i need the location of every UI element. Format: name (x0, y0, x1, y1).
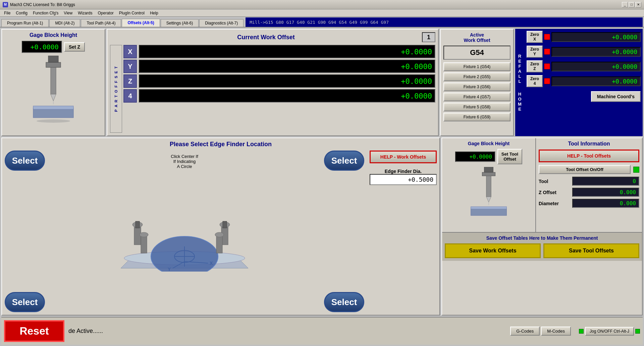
save-tool-offsets-button[interactable]: Save Tool Offsets (543, 243, 639, 258)
menu-config[interactable]: Config (13, 10, 30, 16)
gage-block-small-panel: Gage Block Height +0.0000 Set ToolOffset (442, 138, 536, 232)
svg-marker-32 (486, 197, 491, 202)
zero-z-indicator (544, 63, 550, 69)
select-top-right-button[interactable]: Select (324, 151, 364, 171)
set-tool-offset-button[interactable]: Set ToolOffset (497, 149, 522, 164)
gage-block-title: Gage Block Height (30, 32, 77, 38)
menu-wizards[interactable]: Wizards (75, 10, 95, 16)
menu-help[interactable]: Help (147, 10, 161, 16)
jog-button[interactable]: Jog ON/OFF Ctrl-Alt-J (585, 327, 634, 336)
fixture-6-button[interactable]: Fixture 6 (G59) (443, 113, 511, 121)
tab-status-text: Mill->G15 G80 G17 G40 G21 G90 G94 G54 G4… (246, 17, 643, 27)
zero-x-button[interactable]: ZeroX (527, 31, 543, 43)
svg-rect-1 (46, 62, 61, 67)
tab-mdi[interactable]: MDI (Alt-2) (49, 19, 80, 27)
svg-rect-25 (141, 235, 147, 253)
tab-diagnostics[interactable]: Diagnostics (Alt-7) (199, 19, 244, 27)
tool-small-svg (459, 167, 519, 221)
tool-number-row: Tool 0 (539, 177, 639, 186)
tool-offset-toggle-row: Tool Offset On/Off (539, 165, 639, 174)
help-tool-offsets-button[interactable]: HELP - Tool Offsets (539, 150, 639, 162)
menu-file[interactable]: File (1, 10, 13, 16)
tool-number-value[interactable]: 0 (572, 177, 639, 186)
zero-x-indicator (544, 34, 550, 40)
g-codes-button[interactable]: G-Codes (510, 327, 540, 336)
edge-finder-title: Please Select Edge Finder Location (5, 141, 437, 148)
svg-rect-6 (33, 106, 73, 109)
fixture-1-button[interactable]: Fixture 1 (G54) (443, 62, 511, 71)
zero-y-indicator (544, 49, 550, 55)
zero-z-value: +0.0000 (551, 62, 641, 71)
save-work-offsets-button[interactable]: Save Work Offsets (445, 243, 541, 258)
work-offset-panel: Current Work Offset 1 P A R T O F F S E … (107, 29, 439, 136)
zero-z-button[interactable]: ZeroZ (527, 60, 543, 72)
menu-view[interactable]: View (61, 10, 75, 16)
axis-z-label: Z (123, 74, 137, 88)
save-offset-title: Save Offset Tables Here to Make Them Per… (445, 235, 639, 241)
menu-plugin-control[interactable]: PlugIn Control (116, 10, 147, 16)
axis-x-value[interactable]: +0.0000 (139, 45, 435, 58)
edge-finder-dia-section: Edge Finder Dia. +0.5000 (370, 166, 437, 185)
select-bottom-right-button[interactable]: Select (324, 292, 364, 312)
set-z-button[interactable]: Set Z (64, 42, 85, 52)
tab-tool-path[interactable]: Tool Path (Alt-4) (81, 19, 121, 27)
tool-info-section: Tool Information HELP - Tool Offsets Too… (536, 138, 642, 232)
fixture-2-button[interactable]: Fixture 2 (G55) (443, 72, 511, 81)
tab-program-run[interactable]: Program Run (Alt-1) (1, 19, 49, 27)
select-bottom-left-button[interactable]: Select (5, 292, 45, 312)
select-br: Select (324, 292, 364, 312)
app-icon: M (3, 2, 8, 7)
svg-rect-2 (51, 67, 56, 94)
menu-function-cfg[interactable]: Function Cfg's (30, 10, 61, 16)
click-center-text: Click Center IfIf IndicatingA Circle (171, 154, 198, 169)
zero-4-button[interactable]: Zero4 (527, 75, 543, 87)
close-button[interactable]: ✕ (635, 2, 641, 7)
m-codes-button[interactable]: M-Codes (541, 327, 571, 336)
z-offset-label: Z Offset (539, 190, 572, 195)
tool-offset-toggle-button[interactable]: Tool Offset On/Off (539, 165, 631, 174)
active-work-offset-panel: ActiveWork Offset G54 Fixture 1 (G54) Fi… (440, 29, 514, 136)
help-work-offsets-button[interactable]: HELP - Work Offsets (370, 151, 437, 163)
axis-4-value[interactable]: +0.0000 (139, 89, 435, 103)
select-top-left-button[interactable]: Select (5, 151, 45, 171)
zero-y-button[interactable]: ZeroY (527, 46, 543, 58)
code-buttons: G-Codes M-Codes (510, 327, 571, 336)
maximize-button[interactable]: □ (629, 2, 635, 7)
tool-info-title: Tool Information (539, 141, 639, 147)
svg-text:Y: Y (168, 267, 171, 272)
main-content: Gage Block Height +0.0000 Set Z (0, 27, 644, 346)
zero-4-value: +0.0000 (551, 76, 641, 86)
minimize-button[interactable]: _ (622, 2, 628, 7)
reset-area: Reset de Active...... G-Codes M-Codes Jo… (1, 317, 643, 345)
select-tr: Select (324, 151, 364, 171)
svg-rect-27 (216, 235, 222, 253)
gage-row: +0.0000 Set Z (22, 41, 85, 53)
diameter-label: Diameter (539, 201, 572, 206)
jog-area: Jog ON/OFF Ctrl-Alt-J (579, 327, 640, 336)
fixture-3-button[interactable]: Fixture 3 (G56) (443, 82, 511, 91)
fixture-4-button[interactable]: Fixture 4 (G57) (443, 93, 511, 101)
axis-y-value[interactable]: +0.0000 (139, 60, 435, 73)
svg-point-28 (215, 232, 224, 237)
axis-z-value[interactable]: +0.0000 (139, 74, 435, 88)
save-offset-section: Save Offset Tables Here to Make Them Per… (442, 232, 642, 261)
svg-text:X: X (210, 261, 213, 266)
svg-marker-3 (51, 94, 56, 101)
tool-label: Tool (539, 179, 572, 184)
work-offset-header: Current Work Offset 1 (110, 32, 435, 42)
menu-operator[interactable]: Operator (95, 10, 116, 16)
fixture-5-button[interactable]: Fixture 5 (G58) (443, 103, 511, 111)
zero-x-value: +0.0000 (551, 32, 641, 42)
mode-text: de Active...... (68, 328, 103, 335)
g54-display: G54 (443, 46, 511, 60)
z-offset-value[interactable]: 0.000 (572, 188, 639, 197)
machine-coords-button[interactable]: Machine Coord's (591, 91, 641, 102)
title-bar-buttons: _ □ ✕ (622, 2, 641, 7)
tab-offsets[interactable]: Offsets (Alt-5) (122, 19, 160, 27)
zero-y-value: +0.0000 (551, 47, 641, 57)
reset-button[interactable]: Reset (4, 320, 64, 342)
diameter-value[interactable]: 0.000 (572, 199, 639, 208)
tab-settings[interactable]: Settings (Alt-6) (161, 19, 199, 27)
gage-block-small-value: +0.0000 (455, 152, 495, 162)
edge-finder-dia-value[interactable]: +0.5000 (370, 174, 437, 185)
